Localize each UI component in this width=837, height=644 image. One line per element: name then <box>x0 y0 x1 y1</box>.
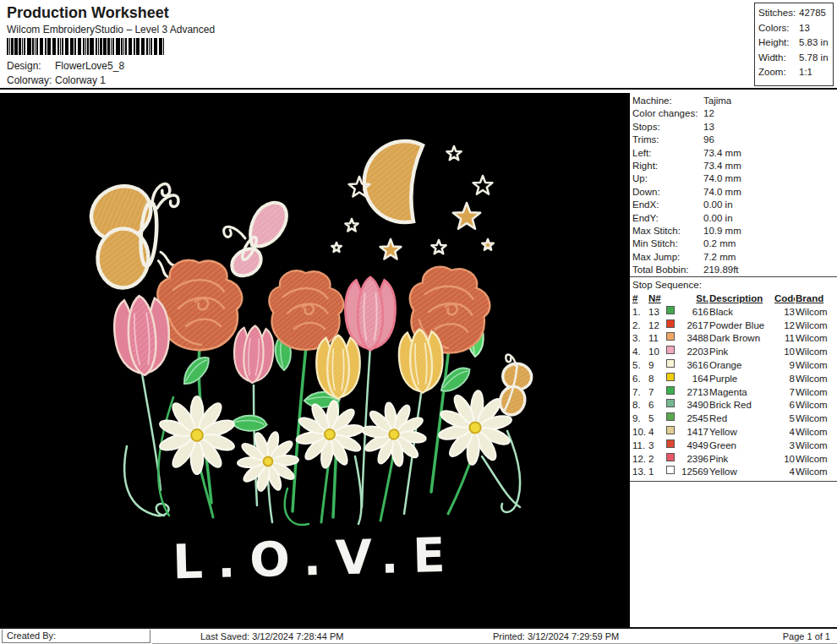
machine-info-value: 0.2 mm <box>703 237 736 250</box>
stop-cell-n: 3 <box>648 439 665 453</box>
stop-cell-code: 10 <box>774 453 795 467</box>
stats-box: Stitches:42785Colors:13Height:5.83 inWid… <box>754 3 834 86</box>
stats-row: Colors:13 <box>758 21 833 36</box>
stop-cell-description: Brick Red <box>709 399 774 412</box>
machine-info-value: 74.0 mm <box>703 186 741 199</box>
stop-cell-description: Dark Brown <box>709 332 774 346</box>
star-icon <box>431 240 446 254</box>
stop-cell-st: 3490 <box>680 399 708 412</box>
stop-cell-code: 9 <box>774 359 795 373</box>
stop-row: 12.22396Pink10Wilcom <box>630 453 837 467</box>
stop-cell-st: 1417 <box>680 426 708 439</box>
stop-cell-description: Red <box>709 412 774 426</box>
stats-row: Width:5.78 in <box>758 51 833 66</box>
stop-row: 5.93616Orange9Wilcom <box>630 359 837 373</box>
thread-color-swatch <box>666 453 675 461</box>
pink-tulip-large <box>112 294 172 377</box>
footer: Created By: Last Saved: 3/12/2024 7:28:4… <box>0 627 837 644</box>
stop-cell-num: 11. <box>632 439 648 453</box>
machine-info-value: 13 <box>703 121 714 134</box>
stop-row: 7.72713Magenta7Wilcom <box>630 386 837 400</box>
stop-cell-swatch <box>666 319 679 333</box>
machine-info-label: Max Jump: <box>632 251 703 264</box>
stop-cell-brand: Wilcom <box>796 332 833 346</box>
thread-color-swatch <box>666 386 675 395</box>
machine-info-label: EndX: <box>632 199 703 211</box>
stop-cell-st: 2545 <box>680 412 708 426</box>
thread-color-swatch <box>666 439 675 448</box>
header-divider <box>0 88 837 90</box>
stop-cell-code: 8 <box>774 373 795 386</box>
stop-cell-code: 12 <box>774 319 795 333</box>
stats-row: Zoom:1:1 <box>758 65 833 80</box>
stats-value: 5.78 in <box>799 51 829 66</box>
stats-label: Width: <box>758 51 799 66</box>
stop-cell-description: Purple <box>709 373 774 386</box>
stop-cell-brand: Wilcom <box>796 319 833 333</box>
machine-info-value: 219.89ft <box>703 264 739 276</box>
machine-info-row: EndY:0.00 in <box>630 212 837 225</box>
stop-cell-num: 8. <box>632 399 648 412</box>
stop-cell-brand: Wilcom <box>796 373 833 386</box>
stop-cell-description: Pink <box>709 453 774 467</box>
machine-info-label: Right: <box>632 160 703 172</box>
stats-row: Stitches:42785 <box>758 6 833 21</box>
design-canvas: L.O.V.E <box>0 93 630 627</box>
machine-info-row: Total Bobbin:219.89ft <box>630 264 837 276</box>
stop-cell-description: Black <box>709 306 774 319</box>
stop-cell-n: 2 <box>648 453 665 467</box>
stop-cell-code: 7 <box>774 386 795 400</box>
design-row: Design: FlowerLove5_8 <box>7 60 124 72</box>
machine-info-row: Trims:96 <box>630 134 837 146</box>
stop-cell-swatch <box>666 412 679 426</box>
stop-cell-swatch <box>666 346 679 359</box>
stop-cell-num: 1. <box>632 306 648 319</box>
machine-info-row: Left:73.4 mm <box>630 147 837 160</box>
design-name: FlowerLove5_8 <box>55 60 124 72</box>
machine-info-list: Machine:TajimaColor changes:12Stops:13Tr… <box>630 93 837 276</box>
stop-cell-code: 3 <box>774 439 795 453</box>
machine-info-row: Machine:Tajima <box>630 95 837 107</box>
stop-cell-n: 11 <box>648 332 665 346</box>
stats-value: 13 <box>799 21 810 36</box>
love-lettering: L.O.V.E <box>172 527 460 590</box>
stop-cell-swatch <box>666 306 679 319</box>
stop-cell-brand: Wilcom <box>796 453 833 467</box>
stop-cell-description: Magenta <box>709 386 774 400</box>
stop-cell-code: 11 <box>774 332 795 346</box>
thread-color-swatch <box>666 373 675 381</box>
embroidery-design: L.O.V.E <box>0 93 630 627</box>
stop-cell-num: 10. <box>632 426 648 439</box>
barcode <box>7 38 164 55</box>
software-subtitle: Wilcom EmbroideryStudio – Level 3 Advanc… <box>7 24 215 35</box>
stop-sequence-rows: 1.13616Black13Wilcom2.122617Powder Blue1… <box>630 306 837 479</box>
stop-cell-st: 2713 <box>680 386 708 400</box>
star-icon <box>331 243 341 252</box>
machine-info-value: 7.2 mm <box>703 251 736 264</box>
machine-info-label: Color changes: <box>632 107 703 120</box>
stats-label: Colors: <box>758 21 799 36</box>
stop-cell-n: 5 <box>648 412 665 426</box>
stop-cell-num: 5. <box>632 359 648 373</box>
rose-1 <box>157 260 242 350</box>
table-end-divider <box>630 481 837 482</box>
yellow-tulip-1 <box>316 336 359 399</box>
machine-info-value: 73.4 mm <box>703 147 741 160</box>
page-indicator: Page 1 of 1 <box>783 631 830 642</box>
stop-sequence-header: #N#St.DescriptionCodeBrand <box>630 292 837 306</box>
stop-cell-st: 3616 <box>680 359 708 373</box>
stop-cell-num: 7. <box>632 386 648 400</box>
stop-cell-st: 616 <box>680 306 708 319</box>
stop-cell-swatch <box>666 359 679 373</box>
stop-row: 6.8164Purple8Wilcom <box>630 373 837 386</box>
machine-info-row: Min Stitch:0.2 mm <box>630 237 837 250</box>
thread-color-swatch <box>666 332 675 341</box>
stats-value: 42785 <box>799 6 826 21</box>
stop-col-header: Brand <box>796 292 833 306</box>
stop-cell-st: 2203 <box>680 346 708 359</box>
machine-info-label: Trims: <box>632 134 703 146</box>
stop-cell-st: 164 <box>680 373 708 386</box>
machine-info-row: Max Stitch:10.9 mm <box>630 225 837 237</box>
stop-cell-code: 4 <box>774 466 795 479</box>
stop-cell-brand: Wilcom <box>796 439 833 453</box>
